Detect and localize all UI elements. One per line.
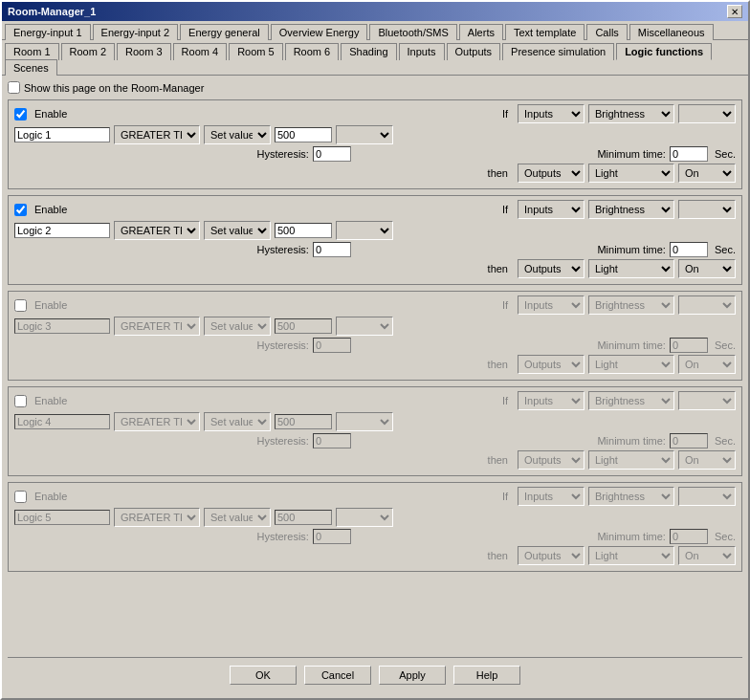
sec-label-3: Sec. (712, 339, 736, 351)
tab-shading[interactable]: Shading (341, 43, 396, 60)
tabs-row-2: Room 1Room 2Room 3Room 4Room 5Room 6Shad… (2, 40, 748, 76)
enable-checkbox-2[interactable] (14, 204, 27, 216)
hysteresis-input-1[interactable] (313, 146, 351, 162)
tab-room-1[interactable]: Room 1 (5, 43, 59, 60)
help-button[interactable]: Help (453, 666, 520, 685)
logic-name-3 (14, 318, 110, 334)
output-select-5: Outputs (518, 546, 585, 565)
enable-checkbox-1[interactable] (14, 108, 27, 120)
logic-block-4: Enable If Inputs Brightness GREATER THAN (8, 386, 742, 476)
close-button[interactable]: ✕ (727, 5, 742, 18)
value-input-3 (275, 318, 332, 334)
source-select-1[interactable]: Inputs (518, 104, 585, 123)
value-input-1[interactable] (275, 127, 332, 142)
if-label-2: If (502, 204, 508, 215)
type-select-2[interactable]: Brightness (588, 200, 674, 219)
tab-energy-input-2[interactable]: Energy-input 2 (93, 24, 179, 40)
output-select-4: Outputs (518, 450, 585, 470)
hysteresis-input-2[interactable] (313, 242, 351, 257)
output-type-select-4: Light (588, 450, 674, 470)
block-name-row-5: GREATER THAN Set value (14, 508, 736, 527)
logic-block-3: Enable If Inputs Brightness GREATER THAN (8, 291, 742, 381)
enable-checkbox-5[interactable] (14, 491, 27, 503)
mintime-input-2[interactable] (670, 242, 708, 257)
mintime-input-4 (670, 433, 708, 448)
setvalue-select-2[interactable]: Set value (204, 221, 271, 240)
tab-logic-functions[interactable]: Logic functions (616, 43, 712, 60)
mintime-input-1[interactable] (670, 146, 708, 162)
setvalue-select-5: Set value (204, 508, 271, 527)
output-action-select-1[interactable]: On (678, 164, 736, 183)
tab-room-5[interactable]: Room 5 (229, 43, 283, 60)
condition-select-2[interactable]: GREATER THAN (114, 221, 200, 240)
tab-alerts[interactable]: Alerts (459, 24, 503, 40)
value-extra-select-2[interactable] (336, 221, 393, 240)
value-extra-select-1[interactable] (336, 125, 393, 144)
window-title: Room-Manager_1 (8, 6, 96, 17)
sec-label-1: Sec. (712, 148, 736, 160)
value-input-2[interactable] (275, 223, 332, 238)
setvalue-select-1[interactable]: Set value (204, 125, 271, 144)
tab-miscellaneous[interactable]: Miscellaneous (629, 24, 714, 40)
hysteresis-input-5 (313, 529, 351, 544)
logic-name-2[interactable] (14, 223, 110, 238)
output-select-1[interactable]: Outputs (518, 164, 585, 183)
extra-select-1[interactable] (678, 104, 736, 123)
sec-label-5: Sec. (712, 531, 736, 542)
show-page-row: Show this page on the Room-Manager (8, 81, 742, 94)
tab-energy-general[interactable]: Energy general (180, 24, 269, 40)
tab-overview-energy[interactable]: Overview Energy (271, 24, 368, 40)
setvalue-select-3: Set value (204, 317, 271, 336)
block-name-row-2: GREATER THAN Set value (14, 221, 736, 240)
value-extra-select-5 (336, 508, 393, 527)
source-select-2[interactable]: Inputs (518, 200, 585, 219)
logic-name-1[interactable] (14, 127, 110, 142)
show-page-label: Show this page on the Room-Manager (24, 82, 204, 94)
tab-scenes[interactable]: Scenes (5, 59, 57, 76)
cancel-button[interactable]: Cancel (304, 666, 371, 685)
logic-name-4 (14, 414, 110, 429)
hysteresis-label-5: Hysteresis: (257, 531, 309, 542)
tab-text-template[interactable]: Text template (505, 24, 585, 40)
block-hysteresis-row-1: Hysteresis: Minimum time: Sec. (14, 146, 736, 162)
tab-room-3[interactable]: Room 3 (117, 43, 171, 60)
tab-room-4[interactable]: Room 4 (173, 43, 228, 60)
tab-room-6[interactable]: Room 6 (285, 43, 340, 60)
extra-select-2[interactable] (678, 200, 736, 219)
logic-block-2: Enable If Inputs Brightness GREATER THAN (8, 195, 742, 285)
output-action-select-3: On (678, 355, 736, 374)
condition-select-1[interactable]: GREATER THAN (114, 125, 200, 144)
tab-presence-simulation[interactable]: Presence simulation (502, 43, 614, 60)
enable-checkbox-4[interactable] (14, 395, 27, 407)
block-then-row-3: then Outputs Light On (14, 355, 736, 374)
enable-label-4: Enable (34, 395, 67, 406)
tab-inputs[interactable]: Inputs (399, 43, 445, 60)
condition-select-3: GREATER THAN (114, 317, 200, 336)
output-action-select-2[interactable]: On (678, 259, 736, 278)
tab-calls[interactable]: Calls (586, 24, 627, 40)
ok-button[interactable]: OK (230, 666, 297, 685)
mintime-label-4: Minimum time: (597, 435, 666, 447)
block-hysteresis-row-4: Hysteresis: Minimum time: Sec. (14, 433, 736, 448)
type-select-4: Brightness (588, 391, 674, 410)
tab-outputs[interactable]: Outputs (447, 43, 501, 60)
bottom-buttons: OK Cancel Apply Help (8, 657, 742, 692)
then-label-5: then (488, 550, 508, 561)
mintime-label-1: Minimum time: (597, 148, 666, 160)
output-type-select-3: Light (588, 355, 674, 374)
tab-room-2[interactable]: Room 2 (61, 43, 116, 60)
enable-checkbox-3[interactable] (14, 299, 27, 312)
source-select-5: Inputs (518, 487, 585, 506)
output-type-select-2[interactable]: Light (588, 259, 674, 278)
tab-bluetooth/sms[interactable]: Bluetooth/SMS (369, 24, 456, 40)
show-page-checkbox[interactable] (8, 81, 20, 94)
output-type-select-1[interactable]: Light (588, 164, 674, 183)
hysteresis-input-4 (313, 433, 351, 448)
enable-label-5: Enable (34, 491, 67, 502)
type-select-1[interactable]: Brightness (588, 104, 674, 123)
mintime-input-3 (670, 338, 708, 353)
apply-button[interactable]: Apply (379, 666, 446, 685)
output-select-2[interactable]: Outputs (518, 259, 585, 278)
extra-select-5 (678, 487, 736, 506)
tab-energy-input-1[interactable]: Energy-input 1 (5, 24, 91, 40)
